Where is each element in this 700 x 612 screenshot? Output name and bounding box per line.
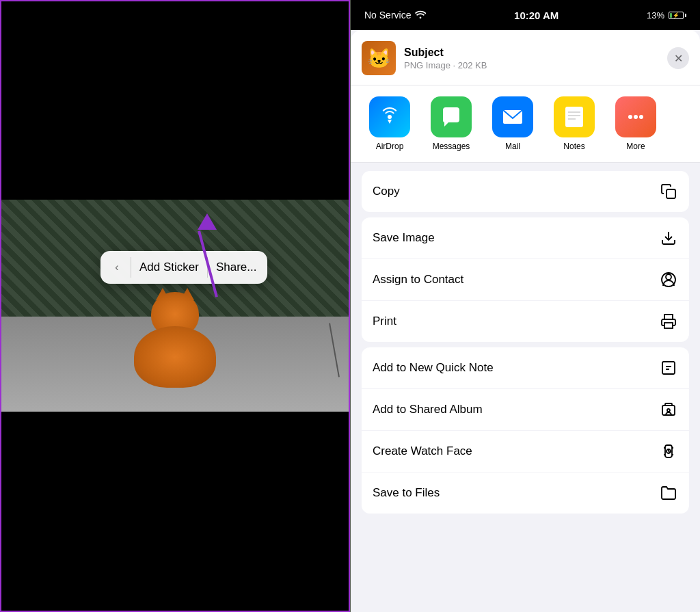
svg-rect-15: [662, 405, 675, 415]
svg-point-0: [388, 115, 392, 119]
charging-icon: ⚡: [673, 12, 679, 18]
cat-body: [134, 326, 216, 388]
more-icon: [615, 96, 656, 137]
quick-note-icon: [659, 358, 678, 377]
copy-label: Copy: [373, 185, 400, 198]
battery-indicator: ⚡: [669, 12, 686, 19]
action-watch-face[interactable]: Create Watch Face: [362, 431, 689, 473]
shared-album-label: Add to Shared Album: [373, 403, 483, 416]
assign-contact-label: Assign to Contact: [373, 273, 463, 287]
svg-point-16: [667, 409, 670, 412]
app-icon-mail[interactable]: Mail: [482, 96, 543, 151]
battery-tip: [685, 14, 686, 17]
no-service-text: No Service: [364, 10, 411, 21]
action-quick-note[interactable]: Add to New Quick Note: [362, 347, 689, 389]
app-icon-airdrop[interactable]: AirDrop: [359, 96, 420, 151]
battery-percent: 13%: [647, 10, 664, 21]
airdrop-label: AirDrop: [376, 142, 404, 151]
shared-album-icon: [659, 400, 678, 419]
context-menu-back-arrow[interactable]: ‹: [109, 259, 125, 276]
print-label: Print: [373, 315, 396, 328]
arrow-line: [198, 230, 218, 297]
svg-point-11: [666, 274, 671, 280]
notes-label: Notes: [563, 142, 584, 151]
app-icon-notes[interactable]: Notes: [543, 96, 605, 151]
mail-icon: [492, 96, 533, 137]
svg-rect-13: [664, 323, 673, 328]
photo-area: [1, 200, 349, 412]
action-save-files[interactable]: Save to Files: [362, 473, 689, 514]
share-thumbnail: 🐱: [362, 41, 396, 75]
wifi-icon: [415, 10, 426, 21]
close-icon: ✕: [674, 52, 683, 65]
context-menu-share[interactable]: Share...: [213, 254, 260, 281]
arrow-head: [198, 213, 217, 230]
more-label: More: [626, 142, 645, 151]
status-bar: No Service 10:20 AM 13% ⚡: [351, 0, 700, 30]
context-menu-divider: [131, 257, 131, 278]
svg-point-7: [634, 115, 638, 119]
photo-background: [1, 200, 349, 412]
action-shared-album[interactable]: Add to Shared Album: [362, 389, 689, 431]
watch-face-icon: [659, 442, 678, 461]
action-card-group1: Save Image Assign to Contact: [362, 217, 689, 342]
messages-label: Messages: [433, 142, 470, 151]
copy-icon: [659, 182, 678, 201]
watch-face-label: Create Watch Face: [373, 444, 472, 458]
mail-label: Mail: [505, 142, 520, 151]
status-time: 10:20 AM: [514, 10, 558, 21]
context-menu: ‹ Add Sticker Share...: [100, 251, 267, 284]
airdrop-icon: [369, 96, 410, 137]
app-icons-row: AirDrop Messages Mail: [351, 85, 700, 163]
save-image-label: Save Image: [373, 231, 435, 245]
assign-contact-icon: [659, 270, 678, 289]
svg-line-20: [669, 451, 670, 453]
action-print[interactable]: Print: [362, 301, 689, 342]
svg-rect-14: [662, 362, 675, 374]
svg-point-8: [639, 115, 643, 119]
share-subtitle: PNG Image · 202 KB: [404, 60, 659, 70]
close-button[interactable]: ✕: [667, 47, 689, 69]
top-black: [1, 1, 349, 200]
notes-icon: [554, 96, 595, 137]
action-card-group2: Add to New Quick Note Add to Shared Albu…: [362, 347, 689, 514]
action-list: Copy Save Image: [351, 163, 700, 612]
thumbnail-icon: 🐱: [367, 47, 391, 70]
purple-arrow: [193, 213, 217, 298]
context-menu-add-sticker[interactable]: Add Sticker: [137, 254, 202, 281]
left-panel: ‹ Add Sticker Share...: [0, 0, 350, 612]
svg-rect-2: [565, 107, 583, 127]
svg-point-6: [628, 115, 632, 119]
share-info: Subject PNG Image · 202 KB: [404, 46, 659, 70]
status-left: No Service: [364, 10, 426, 21]
app-icon-more[interactable]: More: [605, 96, 667, 151]
bottom-black: [1, 412, 349, 611]
app-icon-messages[interactable]: Messages: [420, 96, 482, 151]
print-icon: [659, 312, 678, 331]
share-title: Subject: [404, 46, 659, 59]
save-image-icon: [659, 228, 678, 248]
right-panel: No Service 10:20 AM 13% ⚡ 🐱: [350, 0, 700, 612]
share-header: 🐱 Subject PNG Image · 202 KB ✕: [351, 30, 700, 85]
share-sheet: 🐱 Subject PNG Image · 202 KB ✕: [351, 30, 700, 612]
status-right: 13% ⚡: [647, 10, 686, 21]
svg-rect-9: [667, 189, 675, 198]
quick-note-label: Add to New Quick Note: [373, 361, 494, 375]
action-card-copy: Copy: [362, 171, 689, 212]
action-assign-contact[interactable]: Assign to Contact: [362, 259, 689, 301]
battery-fill: [670, 13, 672, 18]
messages-icon: [431, 96, 472, 137]
action-save-image[interactable]: Save Image: [362, 217, 689, 259]
save-files-label: Save to Files: [373, 486, 440, 500]
save-files-icon: [659, 483, 678, 503]
action-copy[interactable]: Copy: [362, 171, 689, 212]
